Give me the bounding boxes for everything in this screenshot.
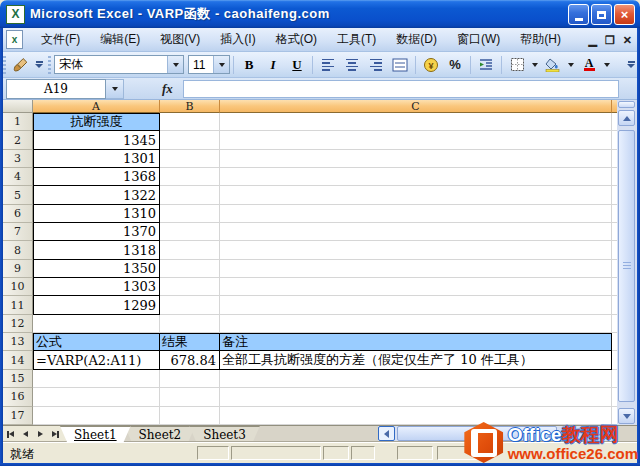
align-center-button[interactable] (341, 55, 363, 75)
increase-indent-button[interactable] (475, 55, 497, 75)
menu-item-file[interactable]: 文件(F) (31, 28, 90, 51)
cell-B10[interactable] (160, 278, 220, 296)
scroll-left-button[interactable] (378, 426, 395, 441)
cell-B1[interactable] (160, 113, 220, 131)
cell-A6[interactable]: 1310 (33, 205, 160, 223)
cell-C16[interactable] (220, 388, 612, 406)
cell-C13[interactable]: 备注 (220, 333, 612, 351)
cell-B13[interactable]: 结果 (160, 333, 220, 351)
vertical-scrollbar[interactable] (617, 100, 637, 425)
cell-B11[interactable] (160, 296, 220, 314)
cell-B15[interactable] (160, 370, 220, 388)
row-header-2[interactable]: 2 (3, 131, 33, 149)
cell-C4[interactable] (220, 168, 612, 186)
name-box[interactable]: A19 (6, 79, 106, 99)
cell-C8[interactable] (220, 241, 612, 259)
cell-A10[interactable]: 1303 (33, 278, 160, 296)
cell-C10[interactable] (220, 278, 612, 296)
align-right-button[interactable] (365, 55, 387, 75)
col-header-B[interactable]: B (160, 100, 220, 113)
italic-button[interactable]: I (262, 55, 284, 75)
cell-A1[interactable]: 抗断强度 (33, 113, 160, 131)
prev-sheet-button[interactable] (19, 428, 32, 441)
insert-function-button[interactable]: fx (162, 81, 173, 97)
menu-item-view[interactable]: 视图(V) (150, 28, 210, 51)
row-header-17[interactable]: 17 (3, 407, 33, 425)
borders-dropdown[interactable] (530, 55, 540, 75)
cell-C7[interactable] (220, 223, 612, 241)
cell-B16[interactable] (160, 388, 220, 406)
select-all-corner[interactable] (3, 100, 33, 113)
format-painter-button[interactable] (10, 55, 32, 75)
cell-C9[interactable] (220, 260, 612, 278)
fill-color-button[interactable] (542, 55, 564, 75)
cell-B7[interactable] (160, 223, 220, 241)
toolbar-overflow-chevron[interactable] (627, 61, 635, 68)
cell-A15[interactable] (33, 370, 160, 388)
row-header-3[interactable]: 3 (3, 150, 33, 168)
maximize-button[interactable] (591, 4, 612, 25)
scroll-up-button[interactable] (618, 110, 635, 126)
cell-B6[interactable] (160, 205, 220, 223)
close-button[interactable]: × (614, 4, 635, 25)
currency-button[interactable]: ¥ (420, 55, 442, 75)
row-header-11[interactable]: 11 (3, 296, 33, 314)
cell-A16[interactable] (33, 388, 160, 406)
cell-C3[interactable] (220, 150, 612, 168)
toolbar-grip-2[interactable] (48, 56, 51, 74)
cell-A13[interactable]: 公式 (33, 333, 160, 351)
merge-center-button[interactable] (389, 55, 411, 75)
row-header-13[interactable]: 13 (3, 333, 33, 351)
cell-A7[interactable]: 1370 (33, 223, 160, 241)
toolbar-options-chevron[interactable] (35, 61, 43, 68)
col-header-C[interactable]: C (220, 100, 612, 113)
toolbar-grip[interactable] (3, 56, 6, 74)
cell-B2[interactable] (160, 131, 220, 149)
split-handle[interactable] (618, 101, 635, 108)
menu-item-data[interactable]: 数据(D) (386, 28, 447, 51)
row-header-16[interactable]: 16 (3, 388, 33, 406)
font-color-button[interactable]: A (578, 55, 600, 75)
workbook-close-icon[interactable]: ✕ (623, 35, 632, 45)
row-header-1[interactable]: 1 (3, 113, 33, 131)
cell-B12[interactable] (160, 315, 220, 333)
name-box-dropdown[interactable] (106, 79, 124, 99)
cell-C11[interactable] (220, 296, 612, 314)
font-size-dropdown[interactable] (213, 56, 229, 73)
menu-item-insert[interactable]: 插入(I) (210, 28, 265, 51)
cell-C5[interactable] (220, 186, 612, 204)
bold-button[interactable]: B (238, 55, 260, 75)
cell-B17[interactable] (160, 407, 220, 425)
next-sheet-button[interactable] (34, 428, 47, 441)
menu-item-help[interactable]: 帮助(H) (510, 28, 571, 51)
sheet-tab-sheet3[interactable]: Sheet3 (189, 426, 260, 442)
cell-B3[interactable] (160, 150, 220, 168)
sheet-tab-sheet2[interactable]: Sheet2 (125, 426, 196, 442)
borders-button[interactable] (506, 55, 528, 75)
workbook-restore-icon[interactable]: ❐ (605, 35, 615, 45)
cell-B8[interactable] (160, 241, 220, 259)
cell-A9[interactable]: 1350 (33, 260, 160, 278)
menu-item-format[interactable]: 格式(O) (266, 28, 327, 51)
row-header-5[interactable]: 5 (3, 186, 33, 204)
cell-C14[interactable]: 全部工具抗断强度的方差（假定仅生产了 10 件工具） (220, 351, 612, 369)
row-header-14[interactable]: 14 (3, 351, 33, 369)
percent-style-button[interactable]: % (444, 55, 466, 75)
cell-C15[interactable] (220, 370, 612, 388)
cell-B4[interactable] (160, 168, 220, 186)
cell-A5[interactable]: 1322 (33, 186, 160, 204)
font-name-combo[interactable]: 宋体 (54, 55, 184, 74)
fill-color-dropdown[interactable] (566, 55, 576, 75)
menu-item-window[interactable]: 窗口(W) (447, 28, 510, 51)
cell-A2[interactable]: 1345 (33, 131, 160, 149)
menu-item-tools[interactable]: 工具(T) (327, 28, 386, 51)
row-header-6[interactable]: 6 (3, 205, 33, 223)
font-color-dropdown[interactable] (602, 55, 612, 75)
font-size-combo[interactable]: 11 (188, 55, 230, 74)
cell-B9[interactable] (160, 260, 220, 278)
cell-B5[interactable] (160, 186, 220, 204)
last-sheet-button[interactable] (49, 428, 62, 441)
font-name-dropdown[interactable] (167, 56, 183, 73)
row-header-4[interactable]: 4 (3, 168, 33, 186)
cell-A14[interactable]: =VARP(A2:A11) (33, 351, 160, 369)
